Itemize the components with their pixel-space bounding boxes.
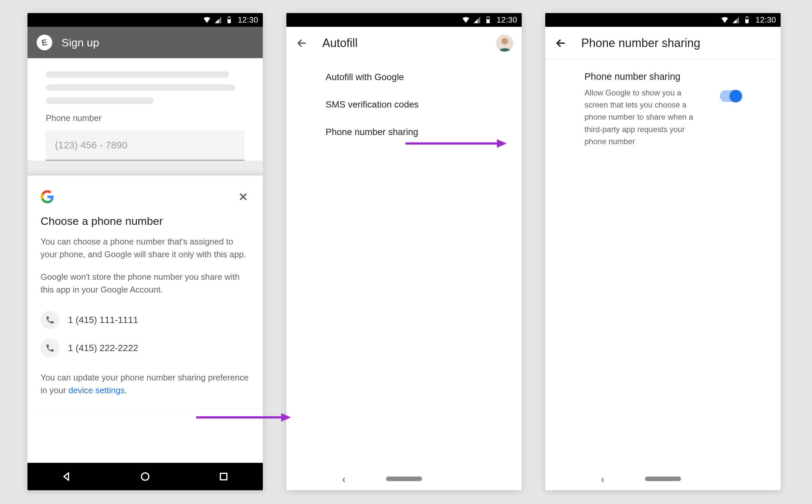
setting-row[interactable]: Phone number sharing Allow Google to sho… bbox=[545, 59, 781, 147]
skeleton-line bbox=[46, 71, 229, 78]
battery-icon bbox=[225, 16, 233, 24]
page-title: Phone number sharing bbox=[581, 36, 772, 50]
app-logo: E bbox=[35, 33, 54, 52]
google-logo-icon bbox=[41, 190, 54, 204]
svg-rect-6 bbox=[487, 16, 489, 17]
phone-picker-sheet: Choose a phone number You can choose a p… bbox=[27, 176, 263, 409]
gesture-nav-bar: ‹ bbox=[286, 467, 522, 490]
nav-home-button[interactable] bbox=[139, 470, 152, 483]
battery-icon bbox=[743, 16, 751, 24]
svg-rect-2 bbox=[228, 17, 230, 19]
setting-title: Phone number sharing bbox=[584, 71, 707, 82]
nav-recents-button[interactable] bbox=[217, 470, 230, 483]
phone-option[interactable]: 1 (415) 222-2222 bbox=[41, 334, 250, 362]
menu-item-sms-codes[interactable]: SMS verification codes bbox=[286, 91, 522, 118]
menu-item-label: Autofill with Google bbox=[326, 72, 404, 82]
settings-list: Autofill with Google SMS verification co… bbox=[286, 59, 522, 146]
status-bar: 12:30 bbox=[286, 13, 522, 27]
phone-sharing-setting: 12:30 Phone number sharing Phone number … bbox=[545, 13, 781, 490]
setting-description: Allow Google to show you a screen that l… bbox=[584, 87, 707, 147]
phone-option-label: 1 (415) 111-1111 bbox=[68, 315, 138, 325]
page-title: Autofill bbox=[322, 36, 483, 50]
nav-back-chevron-icon[interactable]: ‹ bbox=[601, 473, 604, 485]
gesture-pill[interactable] bbox=[645, 477, 681, 481]
nav-back-button[interactable] bbox=[60, 470, 73, 483]
menu-item-label: SMS verification codes bbox=[326, 99, 419, 109]
phone-field-label: Phone number bbox=[46, 113, 245, 123]
phone-icon bbox=[41, 339, 59, 358]
back-button[interactable] bbox=[554, 36, 568, 50]
android-nav-bar bbox=[27, 463, 263, 490]
cellular-icon bbox=[214, 16, 222, 24]
svg-rect-11 bbox=[746, 16, 748, 17]
skeleton-line bbox=[46, 97, 154, 104]
battery-icon bbox=[484, 16, 492, 24]
status-time: 12:30 bbox=[755, 15, 776, 25]
sheet-footer-suffix: . bbox=[125, 385, 127, 395]
titlebar: Phone number sharing bbox=[545, 27, 781, 59]
cellular-icon bbox=[732, 16, 740, 24]
svg-point-9 bbox=[501, 38, 508, 44]
wifi-icon bbox=[462, 16, 470, 24]
sheet-paragraph: You can choose a phone number that's ass… bbox=[41, 235, 250, 261]
svg-rect-7 bbox=[487, 17, 489, 19]
gesture-nav-bar: ‹ bbox=[545, 467, 781, 490]
status-time: 12:30 bbox=[238, 15, 258, 25]
nav-back-chevron-icon[interactable]: ‹ bbox=[342, 473, 346, 485]
phone-input[interactable] bbox=[46, 130, 245, 160]
back-button[interactable] bbox=[295, 36, 309, 50]
menu-item-autofill-google[interactable]: Autofill with Google bbox=[286, 63, 522, 91]
status-time: 12:30 bbox=[497, 15, 517, 25]
device-settings-link[interactable]: device settings bbox=[68, 385, 125, 395]
sheet-footer: You can update your phone number sharing… bbox=[41, 371, 250, 397]
sheet-paragraph: Google won't store the phone number you … bbox=[41, 271, 250, 296]
signup-form: Phone number bbox=[27, 58, 263, 160]
skeleton-line bbox=[46, 84, 235, 91]
svg-rect-1 bbox=[228, 16, 230, 17]
wifi-icon bbox=[203, 16, 211, 24]
status-bar: 12:30 bbox=[545, 13, 781, 27]
titlebar: Autofill bbox=[286, 27, 522, 59]
phone-option-label: 1 (415) 222-2222 bbox=[68, 343, 138, 353]
switch-thumb bbox=[730, 90, 742, 102]
sheet-title: Choose a phone number bbox=[41, 215, 250, 227]
status-bar: 12:30 bbox=[27, 13, 263, 27]
app-header-title: Sign up bbox=[61, 36, 99, 49]
svg-rect-4 bbox=[220, 473, 227, 480]
phone-autofill-settings: 12:30 Autofill Autofill with Google SMS … bbox=[286, 13, 522, 490]
gesture-pill[interactable] bbox=[386, 477, 422, 481]
wifi-icon bbox=[721, 16, 729, 24]
close-button[interactable] bbox=[237, 190, 250, 203]
avatar[interactable] bbox=[496, 35, 513, 52]
cellular-icon bbox=[473, 16, 481, 24]
svg-rect-12 bbox=[746, 17, 748, 19]
toggle-switch[interactable] bbox=[720, 90, 741, 102]
menu-item-phone-sharing[interactable]: Phone number sharing bbox=[286, 118, 522, 146]
svg-point-3 bbox=[142, 473, 149, 480]
phone-signup: 12:30 E Sign up Phone number bbox=[27, 13, 263, 490]
sheet-backdrop bbox=[27, 160, 263, 176]
menu-item-label: Phone number sharing bbox=[326, 127, 418, 137]
phone-icon bbox=[41, 311, 59, 329]
phone-option[interactable]: 1 (415) 111-1111 bbox=[41, 306, 250, 334]
app-header: E Sign up bbox=[27, 27, 263, 58]
